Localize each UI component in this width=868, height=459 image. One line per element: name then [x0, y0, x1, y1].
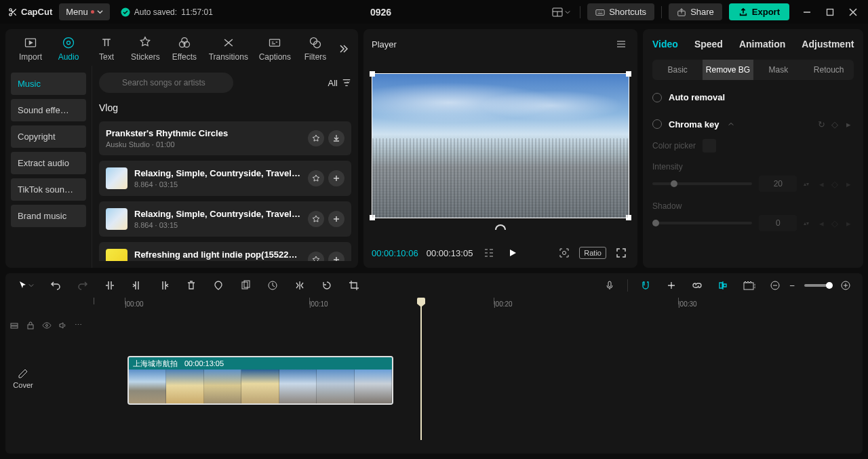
preview-axis-button[interactable]: [715, 277, 731, 294]
sidebar-item-copyright[interactable]: Copyright: [11, 125, 86, 148]
track-height-button[interactable]: [768, 278, 783, 293]
ratio-button[interactable]: Ratio: [579, 247, 606, 259]
tab-effects[interactable]: Effects: [166, 33, 203, 64]
collapse-track-button[interactable]: [9, 321, 19, 330]
chroma-key-toggle[interactable]: [652, 119, 662, 129]
slider-thumb[interactable]: [652, 220, 659, 226]
add-button[interactable]: [328, 252, 344, 261]
color-swatch[interactable]: [703, 139, 716, 153]
intensity-slider[interactable]: [652, 182, 752, 185]
split-left-button[interactable]: [129, 277, 145, 294]
add-button[interactable]: [328, 170, 344, 186]
tab-adjustment[interactable]: Adjustment: [802, 39, 854, 49]
timeline-ruler[interactable]: |00:00 |00:10 |00:20 |00:30: [5, 298, 863, 314]
record-audio-button[interactable]: [601, 277, 618, 294]
expand-tabs-button[interactable]: [335, 41, 351, 57]
tab-text[interactable]: Text: [88, 33, 125, 64]
marker-button[interactable]: [210, 277, 226, 294]
list-item[interactable]: Relaxing, Simple, Countryside, Travel, N…: [99, 161, 351, 196]
resize-handle[interactable]: [370, 71, 375, 77]
resize-handle[interactable]: [626, 215, 631, 220]
delete-button[interactable]: [183, 277, 199, 294]
preview-render-button[interactable]: [741, 278, 758, 293]
magnet-button[interactable]: [637, 277, 654, 294]
redo-button[interactable]: [75, 277, 91, 294]
favorite-button[interactable]: [308, 130, 324, 146]
zoom-out-button[interactable]: −: [787, 278, 797, 294]
snap-button[interactable]: [663, 277, 679, 294]
favorite-button[interactable]: [308, 211, 324, 227]
tab-speed[interactable]: Speed: [694, 39, 723, 49]
tab-import[interactable]: Import: [12, 33, 49, 64]
minimize-button[interactable]: [800, 5, 814, 19]
reverse-button[interactable]: [264, 277, 281, 294]
auto-removal-toggle[interactable]: [652, 93, 662, 102]
mirror-button[interactable]: [292, 277, 308, 294]
slider-thumb[interactable]: [826, 282, 833, 289]
link-button[interactable]: [689, 277, 705, 294]
lock-track-button[interactable]: [26, 321, 35, 330]
intensity-input[interactable]: [759, 176, 797, 192]
split-right-button[interactable]: [156, 277, 172, 294]
shortcuts-button[interactable]: Shortcuts: [587, 3, 654, 20]
rotate-button[interactable]: [319, 277, 335, 294]
favorite-button[interactable]: [308, 170, 324, 186]
tab-audio[interactable]: Audio: [50, 33, 87, 64]
crop-button[interactable]: [346, 277, 362, 294]
horizontal-scrollbar[interactable]: [5, 447, 863, 454]
sidebar-item-sound-effects[interactable]: Sound effe…: [11, 99, 86, 121]
shadow-slider[interactable]: [652, 222, 752, 224]
close-button[interactable]: [846, 5, 860, 19]
track-more-button[interactable]: ⋯: [75, 321, 82, 330]
keyframe-add-button[interactable]: ◇: [829, 178, 840, 189]
preview-canvas[interactable]: [372, 73, 629, 218]
subtab-basic[interactable]: Basic: [652, 60, 703, 80]
timeline-tracks[interactable]: 上海城市航拍 00:00:13:05: [94, 314, 863, 447]
menu-button[interactable]: Menu: [59, 3, 110, 20]
sidebar-item-brand-music[interactable]: Brand music: [11, 205, 86, 227]
add-button[interactable]: [328, 211, 344, 227]
keyframe-prev-button[interactable]: ◇: [829, 119, 840, 129]
fullscreen-button[interactable]: [613, 245, 629, 261]
favorite-button[interactable]: [308, 252, 324, 261]
show-track-button[interactable]: [42, 321, 52, 330]
subtab-remove-bg[interactable]: Remove BG: [703, 60, 753, 80]
subtab-retouch[interactable]: Retouch: [804, 60, 854, 80]
keyframe-prev-button[interactable]: ◂: [816, 178, 827, 189]
list-item[interactable]: Prankster's Rhythmic Circles Ausku Studi…: [99, 121, 351, 155]
sidebar-item-music[interactable]: Music: [11, 73, 86, 95]
export-button[interactable]: Export: [729, 3, 789, 20]
tab-filters[interactable]: Filters: [297, 33, 334, 64]
list-item[interactable]: Refreshing and light indie pop(1552207) …: [99, 242, 351, 261]
keyframe-next-button[interactable]: ▸: [843, 119, 854, 129]
resize-handle[interactable]: [370, 215, 375, 220]
sidebar-item-tiktok-sounds[interactable]: TikTok soun…: [11, 178, 86, 201]
sidebar-item-extract-audio[interactable]: Extract audio: [11, 152, 86, 174]
cover-button[interactable]: Cover: [9, 368, 37, 389]
keyframe-add-button[interactable]: ◇: [829, 218, 840, 228]
search-input[interactable]: [99, 73, 233, 93]
tab-animation[interactable]: Animation: [739, 39, 785, 49]
resize-handle[interactable]: [626, 71, 631, 77]
keyframe-prev-button[interactable]: ◂: [816, 218, 827, 228]
copy-button[interactable]: [237, 277, 254, 294]
video-clip[interactable]: 上海城市航拍 00:00:13:05: [127, 356, 393, 405]
stepper[interactable]: ▴▾: [804, 220, 809, 226]
maximize-button[interactable]: [823, 5, 837, 19]
slider-thumb[interactable]: [671, 180, 677, 187]
reset-button[interactable]: ↻: [816, 119, 827, 129]
tab-video[interactable]: Video: [652, 39, 678, 49]
focus-button[interactable]: [556, 245, 572, 261]
playhead[interactable]: [420, 298, 422, 440]
split-button[interactable]: [102, 277, 118, 294]
player-menu-button[interactable]: [613, 36, 629, 52]
thumbnail-list-button[interactable]: [481, 245, 497, 261]
subtab-mask[interactable]: Mask: [753, 60, 804, 80]
select-tool[interactable]: [15, 277, 37, 294]
tab-transitions[interactable]: Transitions: [204, 33, 253, 64]
zoom-slider[interactable]: [804, 284, 831, 287]
share-button[interactable]: Share: [669, 3, 722, 20]
undo-button[interactable]: [47, 277, 64, 294]
layout-button[interactable]: [549, 3, 573, 21]
shadow-input[interactable]: [759, 215, 797, 231]
